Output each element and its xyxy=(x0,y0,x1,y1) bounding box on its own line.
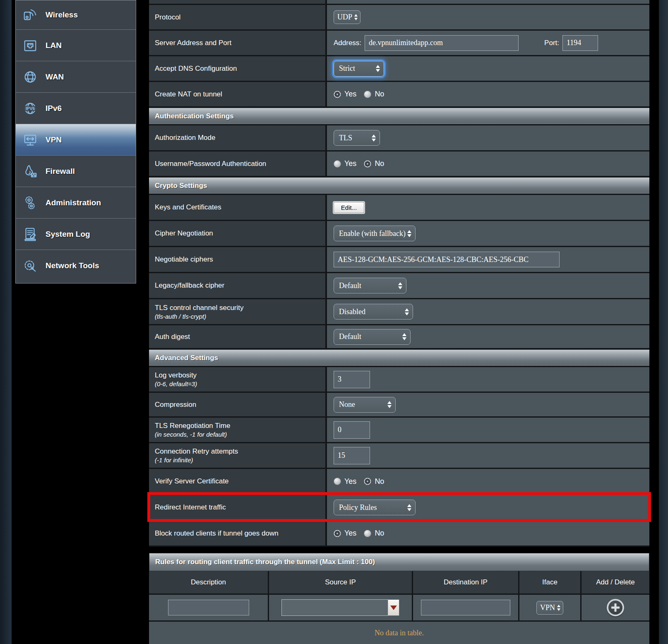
negotiable-ciphers-label: Negotiable ciphers xyxy=(155,255,325,264)
rule-description-input[interactable] xyxy=(168,600,249,615)
tls-renegotiation-input[interactable] xyxy=(334,421,370,439)
log-verbosity-label: Log verbosity xyxy=(155,371,325,380)
sidebar-item-label: Network Tools xyxy=(46,261,99,270)
sidebar-item-lan[interactable]: LAN xyxy=(16,30,136,61)
authorization-mode-row: Authorization Mode TLS xyxy=(149,125,649,151)
select-arrows-icon xyxy=(402,333,406,340)
userpass-radio-group: Yes No xyxy=(334,159,388,168)
yes-label: Yes xyxy=(344,90,356,99)
sidebar-nav: Wireless LAN WAN IPV6 IPv6 VPN xyxy=(15,0,136,284)
iface-select[interactable]: VPN xyxy=(536,601,563,615)
compression-value: None xyxy=(339,400,355,409)
tls-renegotiation-label: TLS Renegotiation Time xyxy=(155,422,325,430)
no-radio[interactable] xyxy=(364,478,371,485)
server-port-input[interactable] xyxy=(562,35,598,51)
sidebar-item-label: IPv6 xyxy=(46,104,62,113)
compression-select[interactable]: None xyxy=(334,397,396,413)
sidebar-item-label: LAN xyxy=(46,41,62,50)
sidebar-item-system-log[interactable]: System Log xyxy=(16,219,136,250)
server-address-row: Server Address and Port Address: Port: xyxy=(149,31,649,56)
userpass-auth-row: Username/Password Authentication Yes No xyxy=(149,151,649,177)
wan-icon xyxy=(21,69,40,85)
sidebar-item-wireless[interactable]: Wireless xyxy=(16,0,136,30)
no-radio[interactable] xyxy=(364,530,371,537)
create-nat-radio-group: Yes No xyxy=(334,90,388,99)
create-nat-label: Create NAT on tunnel xyxy=(155,90,325,99)
vpn-icon xyxy=(21,132,40,148)
add-rule-button[interactable] xyxy=(607,599,624,616)
sidebar-item-label: Firewall xyxy=(46,167,75,176)
connection-retry-input[interactable] xyxy=(334,447,370,464)
redirect-traffic-select[interactable]: Policy Rules xyxy=(334,500,416,515)
accept-dns-label: Accept DNS Configuration xyxy=(155,65,325,73)
select-arrows-icon xyxy=(398,282,402,289)
select-arrows-icon xyxy=(407,230,411,237)
block-routed-label: Block routed clients if tunnel goes down xyxy=(155,529,325,538)
server-address-input[interactable] xyxy=(365,35,519,51)
authorization-mode-label: Authorization Mode xyxy=(155,134,325,142)
legacy-cipher-select[interactable]: Default xyxy=(334,278,406,293)
tls-renegotiation-row: TLS Renegotiation Time (in seconds, -1 f… xyxy=(149,418,649,443)
wireless-icon xyxy=(21,7,40,23)
rules-input-row: VPN xyxy=(149,595,649,622)
verify-certificate-label: Verify Server Certificate xyxy=(155,477,325,485)
port-label: Port: xyxy=(544,39,559,47)
protocol-select[interactable]: UDP xyxy=(334,10,360,24)
auth-digest-select[interactable]: Default xyxy=(334,329,411,345)
select-arrows-icon xyxy=(354,14,358,20)
tls-control-select[interactable]: Disabled xyxy=(334,304,413,320)
select-arrows-icon xyxy=(407,504,411,511)
yes-radio[interactable] xyxy=(334,160,341,168)
authorization-mode-value: TLS xyxy=(339,134,352,142)
sidebar-item-administration[interactable]: Administration xyxy=(16,187,136,219)
no-radio[interactable] xyxy=(364,91,371,98)
destination-ip-input[interactable] xyxy=(421,600,510,615)
block-routed-radio-group: Yes No xyxy=(334,529,388,538)
routing-rules-table: Rules for routing client traffic through… xyxy=(149,553,649,644)
source-ip-dropdown-button[interactable] xyxy=(388,599,399,616)
sidebar-item-label: WAN xyxy=(46,72,64,82)
sidebar-item-wan[interactable]: WAN xyxy=(16,61,136,93)
edit-keys-button[interactable]: Edit... xyxy=(334,202,364,213)
red-dropdown-arrow-icon xyxy=(390,606,397,610)
no-label: No xyxy=(375,90,384,99)
yes-label: Yes xyxy=(344,529,356,538)
advanced-settings-header: Advanced Settings xyxy=(149,349,649,367)
connection-retry-row: Connection Retry attempts (-1 for infini… xyxy=(149,443,649,469)
protocol-value: UDP xyxy=(337,13,352,22)
legacy-cipher-row: Legacy/fallback cipher Default xyxy=(149,273,649,299)
redirect-traffic-label: Redirect Internet traffic xyxy=(155,503,325,512)
partial-row xyxy=(149,0,649,5)
crypto-settings-header: Crypto Settings xyxy=(149,177,649,195)
sidebar-item-ipv6[interactable]: IPV6 IPv6 xyxy=(16,93,136,124)
sidebar-item-firewall[interactable]: Firewall xyxy=(16,156,136,187)
create-nat-row: Create NAT on tunnel Yes No xyxy=(149,82,649,108)
log-verbosity-input[interactable] xyxy=(334,371,370,388)
select-arrows-icon xyxy=(557,605,560,611)
negotiable-ciphers-row: Negotiable ciphers xyxy=(149,247,649,273)
select-arrows-icon xyxy=(387,401,392,408)
address-label: Address: xyxy=(334,39,361,47)
cipher-negotiation-value: Enable (with fallback) xyxy=(339,229,406,238)
yes-radio[interactable] xyxy=(334,530,341,537)
accept-dns-select[interactable]: Strict xyxy=(334,61,384,77)
auth-digest-label: Auth digest xyxy=(155,333,325,341)
authorization-mode-select[interactable]: TLS xyxy=(334,130,380,146)
select-arrows-icon xyxy=(376,65,380,72)
log-verbosity-sublabel: (0-6, default=3) xyxy=(155,380,325,387)
cipher-negotiation-select[interactable]: Enable (with fallback) xyxy=(334,226,416,241)
negotiable-ciphers-input[interactable] xyxy=(334,252,560,267)
sidebar-item-vpn[interactable]: VPN xyxy=(16,124,136,156)
column-header-source-ip: Source IP xyxy=(269,571,413,594)
lan-icon xyxy=(21,38,40,53)
source-ip-input[interactable] xyxy=(281,599,388,616)
connection-retry-sublabel: (-1 for infinite) xyxy=(155,457,325,464)
sidebar-item-network-tools[interactable]: Network Tools xyxy=(16,250,136,281)
no-label: No xyxy=(375,477,384,486)
yes-radio[interactable] xyxy=(334,91,341,98)
no-radio[interactable] xyxy=(364,160,371,168)
userpass-auth-label: Username/Password Authentication xyxy=(155,160,325,168)
verify-certificate-radio-group: Yes No xyxy=(334,477,388,486)
yes-radio[interactable] xyxy=(334,478,341,485)
administration-icon xyxy=(21,195,40,211)
